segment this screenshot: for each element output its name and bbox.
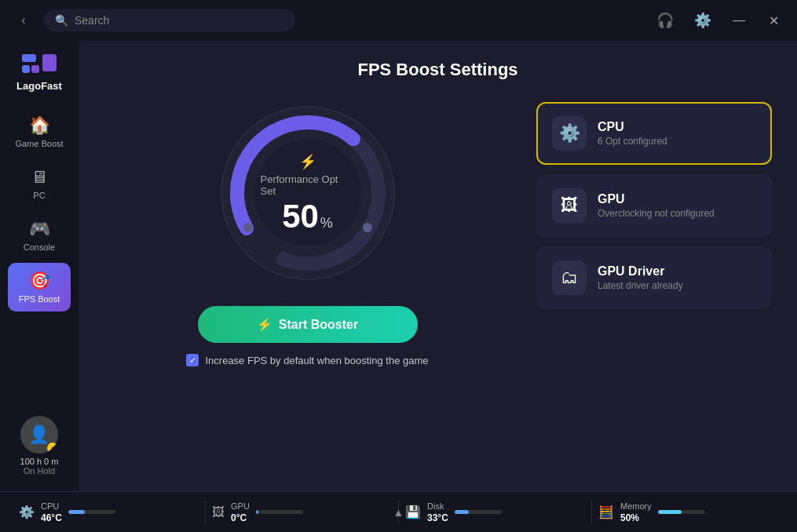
checkbox-label: Increase FPS by default when boosting th… [205, 355, 428, 366]
gpu-card-title: GPU [598, 192, 756, 206]
disk-status-icon: 💾 [405, 505, 421, 519]
logo-icon [20, 50, 58, 78]
support-icon[interactable]: 🎧 [653, 8, 678, 33]
start-bolt-icon: ⚡ [257, 317, 272, 332]
search-label: Search [75, 14, 109, 27]
cpu-card[interactable]: ⚙️ CPU 6 Opt configured [536, 102, 772, 165]
gauge-center: ⚡ Performance Opt Set 50 % [261, 153, 355, 233]
status-gpu: 🖼 GPU 0°C [212, 501, 392, 523]
gpu-card-sub: Overclocking not configured [598, 208, 756, 219]
console-icon: 🎮 [29, 219, 50, 239]
gpu-icon: 🖼 [552, 188, 587, 223]
cpu-status-icon: ⚙️ [19, 505, 35, 519]
game-boost-label: Game Boost [15, 139, 63, 148]
gpu-status-icon: 🖼 [212, 505, 225, 519]
sidebar-item-fps-boost[interactable]: 🎯 FPS Boost [8, 263, 71, 312]
gpu-driver-icon: 🗂 [552, 261, 587, 295]
gpu-driver-card-title: GPU Driver [598, 264, 756, 279]
user-time: 100 h 0 m [20, 457, 59, 466]
avatar-badge: ♦ [47, 443, 58, 454]
memory-bar [658, 510, 705, 514]
start-booster-label: Start Booster [279, 318, 358, 332]
fps-boost-label: FPS Boost [19, 294, 60, 304]
cpu-bar-fill [68, 510, 85, 514]
memory-status-info: Memory 50% [620, 501, 652, 523]
disk-bar [455, 510, 502, 514]
back-button[interactable]: ‹ [13, 9, 35, 31]
disk-bar-fill [455, 510, 469, 514]
divider-1 [205, 501, 206, 524]
status-disk: 💾 Disk 33°C [405, 501, 585, 523]
logo-text: LagoFast [16, 80, 62, 92]
sidebar-item-pc[interactable]: 🖥 PC [8, 159, 71, 208]
avatar-icon: 👤 [28, 425, 49, 445]
svg-rect-3 [31, 65, 39, 73]
search-bar[interactable]: 🔍 Search [44, 9, 295, 31]
memory-status-icon: 🧮 [598, 505, 614, 519]
cpu-status-label: CPU [41, 501, 62, 511]
memory-bar-fill [658, 510, 682, 514]
main-layout: LagoFast 🏠 Game Boost 🖥 PC 🎮 Console 🎯 F… [0, 41, 797, 491]
top-bar: ‹ 🔍 Search 🎧 ⚙️ — ✕ [0, 0, 797, 41]
start-booster-button[interactable]: ⚡ Start Booster [198, 306, 418, 343]
game-boost-icon: 🏠 [29, 115, 50, 136]
svg-rect-0 [22, 54, 36, 62]
settings-icon[interactable]: ⚙️ [690, 8, 715, 33]
expand-icon[interactable]: ▲ [393, 506, 404, 519]
status-bar: ⚙️ CPU 46°C 🖼 GPU 0°C ▲ 💾 Disk 33°C � [0, 491, 797, 532]
sidebar-bottom: 👤 ♦ 100 h 0 m On Hold [20, 416, 59, 482]
console-label: Console [24, 242, 55, 252]
fps-checkbox[interactable]: ✓ [186, 354, 199, 366]
gauge-wrap: ⚡ Performance Opt Set 50 % [214, 99, 402, 287]
memory-status-val: 50% [620, 512, 652, 523]
minimize-button[interactable]: — [728, 9, 750, 31]
pc-icon: 🖥 [31, 167, 48, 188]
memory-status-label: Memory [620, 501, 652, 511]
sidebar-item-console[interactable]: 🎮 Console [8, 211, 71, 260]
gpu-driver-card[interactable]: 🗂 GPU Driver Latest driver already [536, 246, 772, 309]
gpu-card[interactable]: 🖼 GPU Overclocking not configured [536, 174, 772, 237]
page-title: FPS Boost Settings [104, 60, 772, 80]
svg-rect-2 [42, 54, 57, 71]
cpu-icon: ⚙️ [552, 116, 587, 151]
search-icon: 🔍 [55, 14, 68, 27]
cpu-bar [68, 510, 115, 514]
gauge-label: Performance Opt Set [261, 173, 355, 197]
cpu-card-title: CPU [598, 120, 756, 134]
user-status: On Hold [24, 466, 55, 476]
gauge-section: ⚡ Performance Opt Set 50 % ⚡ Start Boost… [104, 99, 511, 491]
pc-label: PC [33, 191, 45, 200]
gpu-status-val: 0°C [231, 512, 250, 523]
gpu-card-info: GPU Overclocking not configured [598, 192, 756, 219]
sidebar-item-game-boost[interactable]: 🏠 Game Boost [8, 107, 71, 156]
cpu-status-val: 46°C [41, 512, 62, 523]
gauge-value: 50 [282, 200, 319, 233]
checkbox-row: ✓ Increase FPS by default when boosting … [186, 354, 428, 366]
gpu-driver-card-sub: Latest driver already [598, 280, 756, 291]
cpu-card-sub: 6 Opt configured [598, 136, 756, 147]
gpu-bar-fill [256, 510, 258, 514]
disk-status-val: 33°C [427, 512, 448, 523]
disk-status-label: Disk [427, 501, 448, 511]
fps-boost-icon: 🎯 [29, 271, 50, 291]
fps-body: ⚡ Performance Opt Set 50 % ⚡ Start Boost… [104, 99, 772, 491]
cpu-status-info: CPU 46°C [41, 501, 62, 523]
gpu-status-info: GPU 0°C [231, 501, 250, 523]
status-cpu: ⚙️ CPU 46°C [19, 501, 199, 523]
gpu-bar [256, 510, 303, 514]
window-actions: 🎧 ⚙️ — ✕ [653, 8, 784, 33]
svg-point-9 [363, 223, 372, 232]
cards-section: ⚙️ CPU 6 Opt configured 🖼 GPU Overclocki… [536, 99, 772, 491]
gpu-status-label: GPU [231, 501, 250, 511]
status-memory: 🧮 Memory 50% [598, 501, 778, 523]
cpu-card-info: CPU 6 Opt configured [598, 120, 756, 147]
disk-status-info: Disk 33°C [427, 501, 448, 523]
gauge-unit: % [320, 215, 333, 231]
gpu-driver-card-info: GPU Driver Latest driver already [598, 264, 756, 291]
close-button[interactable]: ✕ [762, 9, 784, 31]
content-area: FPS Boost Settings [79, 41, 797, 491]
avatar[interactable]: 👤 ♦ [20, 416, 58, 454]
bolt-icon: ⚡ [299, 153, 316, 170]
svg-point-8 [243, 223, 253, 232]
logo: LagoFast [16, 50, 62, 92]
